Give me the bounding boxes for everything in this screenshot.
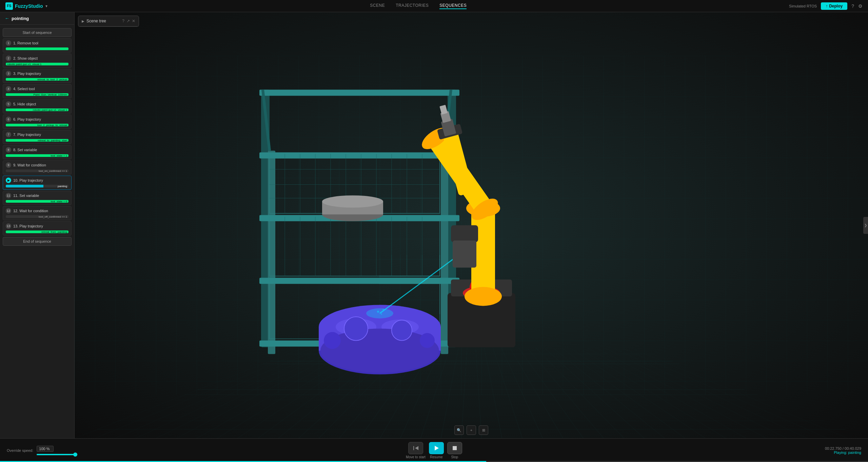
scene-tree-help-icon[interactable]: ?: [122, 19, 124, 23]
add-button[interactable]: +: [467, 425, 476, 435]
svg-point-50: [420, 333, 435, 348]
nav-sequences[interactable]: SEQUENCES: [439, 3, 467, 9]
nav-trajectories[interactable]: TRAJECTORIES: [396, 3, 429, 9]
svg-rect-5: [259, 90, 459, 96]
svg-rect-72: [451, 225, 478, 242]
time-display: 00:22.750 / 00:40.029: [825, 446, 861, 450]
list-item[interactable]: 7 7. Play trajectory retreat_to_painting…: [3, 130, 72, 144]
item-label: 9. Wait for condition: [13, 163, 46, 167]
sidebar-header: ← pointing: [0, 12, 74, 25]
nav-left: FS FuzzyStudio ▾: [5, 2, 47, 10]
item-progress-bar: robotic paint gun v1_visual 1: [6, 108, 68, 111]
app-logo: FS FuzzyStudio: [5, 2, 43, 10]
resume-button[interactable]: Resume: [429, 442, 444, 459]
item-number-icon: 8: [6, 147, 11, 153]
svg-point-55: [382, 309, 384, 310]
item-number-icon: 12: [6, 208, 11, 214]
svg-point-40: [322, 196, 383, 208]
resume-label: Resume: [430, 455, 442, 459]
item-label: 1. Remove tool: [13, 41, 38, 45]
list-item[interactable]: 6 6. Play trajectory tool_2_pickup_to_re…: [3, 115, 72, 129]
list-item[interactable]: ▶ 10. Play trajectory painting: [3, 176, 72, 190]
item-progress-bar: tool_off_confirmed == 1: [6, 215, 68, 218]
grid-button[interactable]: ⊞: [479, 425, 488, 435]
list-item[interactable]: 1 1. Remove tool: [3, 38, 72, 53]
svg-marker-76: [435, 446, 439, 450]
item-number-icon: 5: [6, 101, 11, 107]
item-progress-bar: robotic paint gun v1_visual 1: [6, 63, 68, 65]
item-progress-bar: Paint_Gun_Vertical_100mm: [6, 93, 68, 96]
bottom-bar: Override speed: Move to start Resume: [0, 438, 868, 462]
back-button[interactable]: ←: [5, 16, 9, 21]
scene-tree-expand-icon[interactable]: ▶: [82, 19, 84, 23]
list-item[interactable]: 13 13. Play trajectory retreat_from_pain…: [3, 221, 72, 236]
deploy-button[interactable]: ↑ Deploy: [821, 2, 847, 10]
svg-rect-3: [268, 151, 275, 354]
playing-status: Playing: painting: [825, 450, 861, 455]
playback-controls: Move to start Resume Stop: [406, 442, 462, 459]
top-nav: FS FuzzyStudio ▾ SCENE TRAJECTORIES SEQU…: [0, 0, 868, 12]
item-number-icon: 2: [6, 56, 11, 61]
move-to-start-icon: [408, 442, 423, 454]
viewport: ▶ Scene tree ? ↗ ✕ 🔍 + ⊞ ❯: [75, 12, 868, 438]
svg-rect-8: [259, 278, 459, 284]
item-progress-bar: tool_2_pickup_to_retreat: [6, 124, 68, 126]
left-sidebar: ← pointing Start of sequence 1 1. Remove…: [0, 12, 75, 438]
scene-tree-external-icon[interactable]: ↗: [126, 19, 130, 23]
svg-point-62: [465, 287, 502, 306]
move-to-start-button[interactable]: Move to start: [406, 442, 426, 459]
svg-rect-77: [453, 446, 457, 450]
speed-slider-fill: [37, 454, 77, 455]
stop-icon: [447, 442, 462, 454]
item-progress-bar: painting: [6, 185, 68, 187]
scene-tree-close-icon[interactable]: ✕: [132, 19, 135, 23]
list-item[interactable]: 4 4. Select tool Paint_Gun_Vertical_100m…: [3, 84, 72, 98]
item-number-icon: 13: [6, 223, 11, 229]
stop-button[interactable]: Stop: [447, 442, 462, 459]
list-item[interactable]: 5 5. Hide object robotic paint gun v1_vi…: [3, 99, 72, 114]
svg-rect-4: [441, 151, 448, 354]
end-of-sequence-label: End of sequence: [3, 237, 72, 246]
item-label: 4. Select tool: [13, 87, 35, 91]
item-number-icon: 4: [6, 86, 11, 92]
item-label: 3. Play trajectory: [13, 72, 41, 76]
zoom-button[interactable]: 🔍: [454, 425, 464, 435]
item-number-icon: 6: [6, 117, 11, 122]
right-collapse-button[interactable]: ❯: [863, 217, 868, 234]
override-value-input[interactable]: [37, 446, 54, 452]
help-icon[interactable]: ?: [851, 3, 854, 9]
nav-scene[interactable]: SCENE: [370, 3, 385, 9]
item-label: 11. Set variable: [13, 194, 39, 198]
list-item[interactable]: 9 9. Wait for condition tool_on_confirme…: [3, 160, 72, 175]
viewport-bottom-controls: 🔍 + ⊞: [454, 425, 488, 435]
item-number-icon: 11: [6, 193, 11, 198]
item-progress-bar: tool_state = 1: [6, 154, 68, 157]
svg-rect-73: [453, 241, 476, 268]
scene-tree-actions: ? ↗ ✕: [122, 19, 135, 23]
scene-tree-title: Scene tree: [86, 19, 120, 23]
settings-icon[interactable]: ⚙: [858, 3, 863, 9]
item-number-icon: 1: [6, 40, 11, 46]
override-speed-section: Override speed:: [0, 446, 84, 455]
item-progress-bar: [6, 47, 68, 50]
item-progress-bar: tool_state = 0: [6, 200, 68, 203]
app-dropdown-icon[interactable]: ▾: [45, 4, 47, 8]
list-item[interactable]: 8 8. Set variable tool_state = 1: [3, 145, 72, 159]
list-item[interactable]: 11 11. Set variable tool_state = 0: [3, 191, 72, 205]
list-item[interactable]: 12 12. Wait for condition tool_off_confi…: [3, 206, 72, 220]
main-area: ← pointing Start of sequence 1 1. Remove…: [0, 12, 868, 438]
item-number-icon: 9: [6, 162, 11, 168]
list-item[interactable]: 3 3. Play trajectory retreat_to_tool_2_p…: [3, 69, 72, 83]
item-progress-bar: retreat_to_painting_start: [6, 139, 68, 142]
list-item[interactable]: 2 2. Show object robotic paint gun v1_vi…: [3, 54, 72, 68]
app-name: FuzzyStudio: [15, 3, 43, 9]
time-info: 00:22.750 / 00:40.029 Playing: painting: [825, 446, 861, 455]
svg-point-47: [344, 317, 368, 341]
speed-slider[interactable]: [37, 454, 77, 455]
speed-slider-thumb[interactable]: [73, 453, 77, 457]
sidebar-title: pointing: [12, 16, 29, 21]
item-label: 10. Play trajectory: [13, 178, 43, 182]
svg-point-49: [324, 332, 341, 349]
svg-point-52: [366, 308, 393, 319]
item-number-icon: 3: [6, 71, 11, 76]
